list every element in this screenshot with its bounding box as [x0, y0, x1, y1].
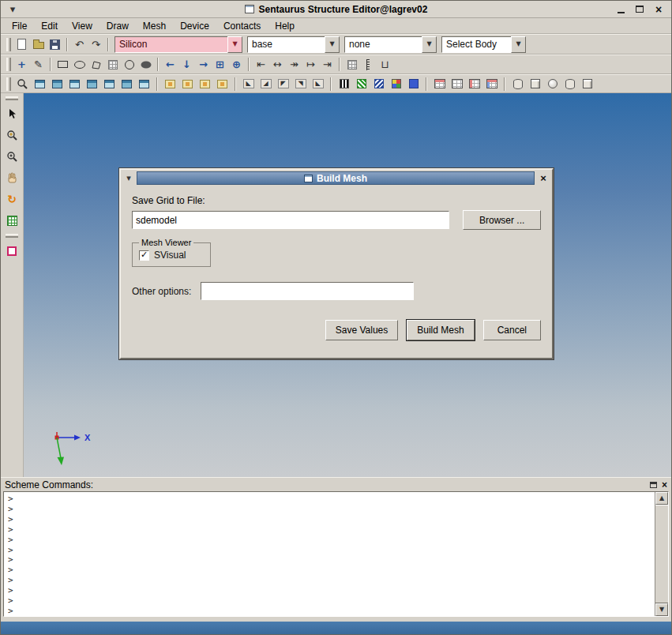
viewer-layout-button-7[interactable]	[136, 76, 152, 92]
doping-table-button-3[interactable]	[466, 76, 482, 92]
dialog-close-button[interactable]: ×	[536, 172, 550, 185]
menu-item-file[interactable]: File	[6, 19, 33, 33]
hatch-green-button[interactable]	[353, 76, 370, 92]
highlight-region-button[interactable]	[3, 243, 21, 259]
ellipse-tool-button[interactable]	[71, 57, 88, 73]
primitive-sphere-button[interactable]	[544, 76, 561, 92]
new-file-button[interactable]	[13, 36, 30, 52]
dialog-menu-button[interactable]: ▾	[122, 172, 135, 185]
scheme-console[interactable]: > > > > > > > > > > > > ▲ ▼	[3, 491, 669, 617]
menu-item-edit[interactable]: Edit	[35, 19, 64, 33]
save-file-button[interactable]	[47, 36, 63, 52]
translate-left-button[interactable]: ←	[162, 57, 178, 73]
grid-region-tool-button[interactable]	[104, 57, 121, 73]
zoom-window-button[interactable]	[14, 76, 31, 92]
barcode-pattern-button[interactable]	[336, 76, 352, 92]
toolbar-drag-handle[interactable]	[6, 58, 11, 71]
select-body-combo[interactable]: Select Body ▼	[441, 36, 526, 53]
scheme-panel-header[interactable]: Scheme Commands: ×	[1, 477, 671, 491]
zoom-in-tool-button[interactable]	[3, 148, 21, 164]
circle-tool-button[interactable]	[121, 57, 137, 73]
window-menu-button[interactable]: ▾	[6, 3, 20, 16]
viewer-layout-button-4[interactable]	[84, 76, 100, 92]
build-mesh-button[interactable]: Build Mesh	[407, 320, 474, 340]
color-palette-button[interactable]	[388, 76, 404, 92]
viewer-layout-button-3[interactable]	[66, 76, 83, 92]
viewer-layout-button-2[interactable]	[49, 76, 66, 92]
scheme-scrollbar[interactable]: ▲ ▼	[655, 492, 668, 616]
rotate-view-button[interactable]: ↻	[3, 191, 21, 207]
doping-table-button-1[interactable]	[431, 76, 448, 92]
mesh-op-button-1[interactable]: ◣	[240, 76, 257, 92]
scroll-down-button[interactable]: ▼	[655, 603, 668, 616]
open-file-button[interactable]	[30, 36, 47, 52]
filled-ellipse-tool-button[interactable]	[137, 57, 154, 73]
toolbar-drag-handle[interactable]	[6, 77, 11, 91]
viewer-layout-button-5[interactable]	[101, 76, 118, 92]
hatch-blue-button[interactable]	[370, 76, 387, 92]
viewer-layout-button-6[interactable]	[118, 76, 135, 92]
contact-combo-value[interactable]: none	[344, 36, 422, 53]
workplane-button-4[interactable]	[214, 76, 231, 92]
mesh-op-button-5[interactable]: ◣	[310, 76, 326, 92]
zoom-box-tool-button[interactable]	[3, 127, 21, 143]
menu-item-contacts[interactable]: Contacts	[217, 19, 267, 33]
menu-item-mesh[interactable]: Mesh	[137, 19, 172, 33]
center-target-button[interactable]: ⊕	[228, 57, 245, 73]
sketch-tool-button[interactable]: ✎	[30, 57, 47, 73]
primitive-cylinder-button[interactable]	[509, 76, 526, 92]
menu-item-device[interactable]: Device	[174, 19, 216, 33]
select-table-button[interactable]	[344, 57, 360, 73]
select-body-combo-value[interactable]: Select Body	[441, 36, 511, 53]
select-body-combo-arrow[interactable]: ▼	[511, 36, 526, 53]
pointer-tool-button[interactable]	[3, 106, 21, 122]
toolbar-drag-handle[interactable]	[6, 96, 18, 100]
measure-end-button[interactable]: ⇥	[319, 57, 336, 73]
dialog-title-strip[interactable]: Build Mesh	[137, 171, 535, 185]
doping-table-button-2[interactable]	[449, 76, 465, 92]
scrollbar-thumb[interactable]	[655, 505, 668, 603]
primitive-cylinder-button-2[interactable]	[561, 76, 578, 92]
scheme-close-icon[interactable]: ×	[662, 480, 667, 490]
solid-fill-button[interactable]	[405, 76, 422, 92]
menu-item-view[interactable]: View	[66, 19, 99, 33]
menu-item-draw[interactable]: Draw	[100, 19, 135, 33]
rectangle-tool-button[interactable]	[54, 57, 71, 73]
translate-down-button[interactable]: ↓	[178, 57, 195, 73]
doping-table-button-4[interactable]	[483, 76, 500, 92]
primitive-cube-button-2[interactable]	[579, 76, 595, 92]
toolbar-drag-handle[interactable]	[6, 38, 11, 51]
redo-button[interactable]: ↷	[88, 36, 104, 52]
polygon-tool-button[interactable]	[88, 57, 104, 73]
material-combo-value[interactable]: Silicon	[115, 36, 227, 53]
region-combo-value[interactable]: base	[247, 36, 325, 53]
toolbar-drag-handle[interactable]	[6, 234, 18, 238]
vertical-ruler-button[interactable]	[360, 57, 377, 73]
viewer-layout-button-1[interactable]	[32, 76, 48, 92]
scroll-up-button[interactable]: ▲	[655, 492, 668, 505]
clamp-tool-button[interactable]: ⊔	[377, 57, 393, 73]
region-combo-arrow[interactable]: ▼	[325, 36, 340, 53]
browser-button[interactable]: Browser ...	[463, 210, 541, 230]
measure-span-button[interactable]: ↔	[269, 57, 286, 73]
undo-button[interactable]: ↶	[71, 36, 88, 52]
contact-combo-arrow[interactable]: ▼	[422, 36, 437, 53]
measure-arrows-button[interactable]: ↠	[286, 57, 302, 73]
pan-tool-button[interactable]	[3, 170, 21, 186]
region-combo[interactable]: base ▼	[247, 36, 340, 53]
dialog-titlebar[interactable]: ▾ Build Mesh ×	[121, 170, 552, 186]
mesh-op-button-2[interactable]: ◢	[257, 76, 274, 92]
translate-right-button[interactable]: →	[195, 57, 212, 73]
snap-grid-button[interactable]: ⊞	[212, 57, 228, 73]
mesh-op-button-3[interactable]: ◤	[275, 76, 291, 92]
float-panel-icon[interactable]	[650, 482, 657, 488]
menu-item-help[interactable]: Help	[268, 19, 301, 33]
svisual-checkbox[interactable]: ✓	[139, 250, 149, 261]
minimize-button[interactable]	[613, 2, 629, 16]
close-button[interactable]: ×	[651, 2, 666, 16]
window-titlebar[interactable]: ▾ Sentaurus Structure Editor@lagrev02 ×	[1, 1, 671, 18]
maximize-button[interactable]	[632, 2, 648, 16]
other-options-input[interactable]	[201, 282, 414, 300]
contact-combo[interactable]: none ▼	[344, 36, 437, 53]
scheme-console-text[interactable]: > > > > > > > > > > > >	[4, 492, 655, 616]
